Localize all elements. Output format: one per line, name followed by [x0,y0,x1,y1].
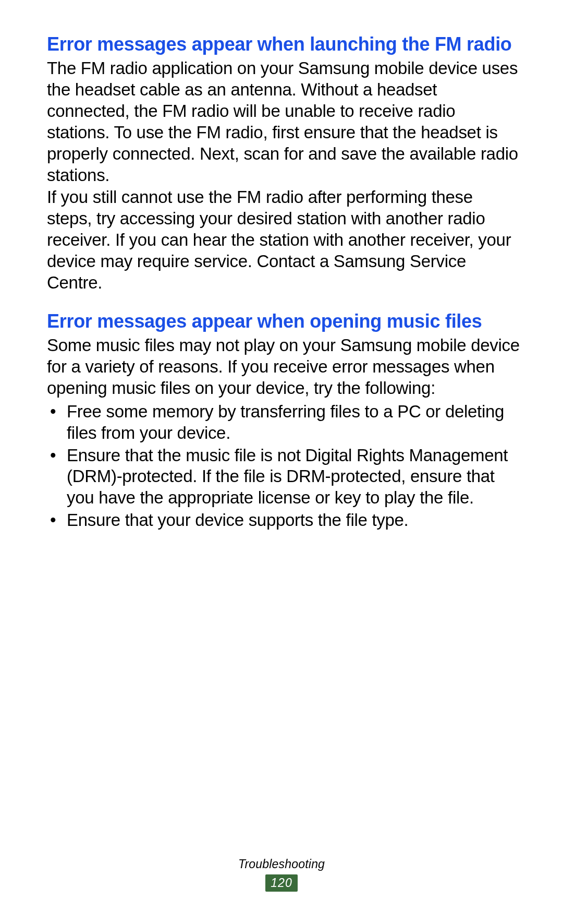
page-footer: Troubleshooting 120 [0,857,563,892]
bullet-list: Free some memory by transferring files t… [47,401,521,531]
page-number: 120 [265,874,297,892]
body-paragraph: Some music files may not play on your Sa… [47,335,521,399]
list-item: Free some memory by transferring files t… [47,401,521,444]
section-heading: Error messages appear when opening music… [47,309,521,333]
list-item: Ensure that your device supports the fil… [47,510,521,531]
document-page: Error messages appear when launching the… [0,0,563,924]
list-item: Ensure that the music file is not Digita… [47,445,521,509]
section-heading: Error messages appear when launching the… [47,32,521,56]
body-paragraph: If you still cannot use the FM radio aft… [47,187,521,294]
footer-section-label: Troubleshooting [0,857,563,871]
body-paragraph: The FM radio application on your Samsung… [47,58,521,186]
